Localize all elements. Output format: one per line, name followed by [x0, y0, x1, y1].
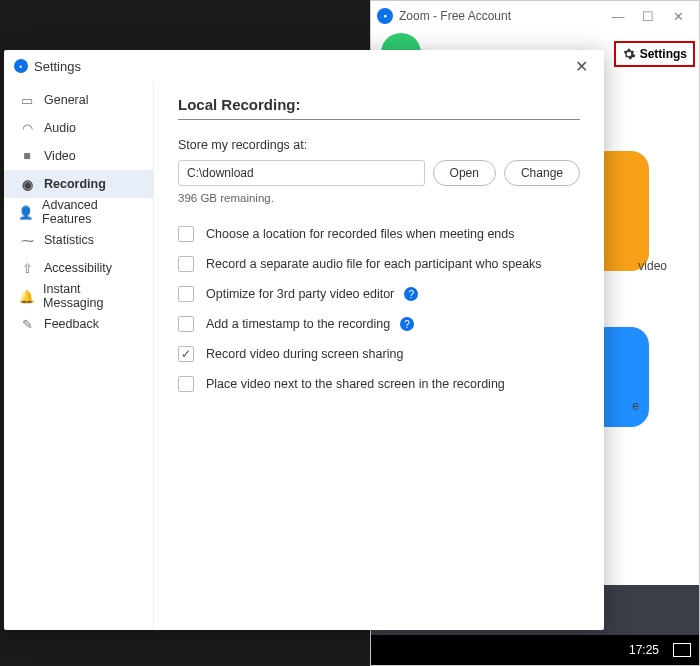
option-label: Record a separate audio file for each pa…	[206, 257, 542, 271]
option-row: Choose a location for recorded files whe…	[178, 226, 580, 242]
option-row: Optimize for 3rd party video editor?	[178, 286, 580, 302]
checkbox[interactable]	[178, 286, 194, 302]
settings-button[interactable]: Settings	[614, 41, 695, 67]
feedback-icon: ✎	[18, 317, 36, 332]
sidebar-item-label: Feedback	[44, 317, 99, 331]
taskbar-clock: 17:25	[629, 643, 659, 657]
sidebar-item-video[interactable]: ■Video	[4, 142, 153, 170]
settings-button-label: Settings	[640, 47, 687, 61]
zoom-close-button[interactable]: ✕	[663, 9, 693, 24]
settings-title: Settings	[34, 59, 81, 74]
option-row: Record video during screen sharing	[178, 346, 580, 362]
option-label: Choose a location for recorded files whe…	[206, 227, 515, 241]
checkbox[interactable]	[178, 346, 194, 362]
sidebar-item-advanced[interactable]: 👤Advanced Features	[4, 198, 153, 226]
sidebar-item-label: Statistics	[44, 233, 94, 247]
settings-window: ▪ Settings ✕ ▭General◠Audio■Video◉Record…	[4, 50, 604, 630]
remaining-label: 396 GB remaining.	[178, 192, 580, 204]
sidebar-item-label: General	[44, 93, 88, 107]
checkbox[interactable]	[178, 316, 194, 332]
im-icon: 🔔	[18, 289, 35, 304]
divider	[178, 119, 580, 120]
taskbar-tray-icon[interactable]	[673, 643, 691, 657]
sidebar-item-audio[interactable]: ◠Audio	[4, 114, 153, 142]
option-label: Optimize for 3rd party video editor	[206, 287, 394, 301]
settings-header: ▪ Settings ✕	[4, 50, 604, 82]
checkbox[interactable]	[178, 256, 194, 272]
open-button[interactable]: Open	[433, 160, 496, 186]
option-label: Add a timestamp to the recording	[206, 317, 390, 331]
zoom-app-icon: ▪	[377, 8, 393, 24]
audio-icon: ◠	[18, 121, 36, 136]
sidebar-item-label: Audio	[44, 121, 76, 135]
content-heading: Local Recording:	[178, 96, 580, 113]
checkbox[interactable]	[178, 376, 194, 392]
help-icon[interactable]: ?	[400, 317, 414, 331]
recording-path-input[interactable]	[178, 160, 425, 186]
zoom-title: Zoom - Free Account	[399, 9, 511, 23]
settings-sidebar: ▭General◠Audio■Video◉Recording👤Advanced …	[4, 82, 154, 630]
checkbox[interactable]	[178, 226, 194, 242]
option-label: Place video next to the shared screen in…	[206, 377, 505, 391]
sidebar-item-stats[interactable]: ⁓Statistics	[4, 226, 153, 254]
path-row: Open Change	[178, 160, 580, 186]
taskbar: 17:25	[371, 635, 699, 665]
recording-options: Choose a location for recorded files whe…	[178, 226, 580, 392]
video-icon: ■	[18, 149, 36, 163]
option-row: Add a timestamp to the recording?	[178, 316, 580, 332]
sidebar-item-im[interactable]: 🔔Instant Messaging	[4, 282, 153, 310]
sidebar-item-feedback[interactable]: ✎Feedback	[4, 310, 153, 338]
advanced-icon: 👤	[18, 205, 34, 220]
option-label: Record video during screen sharing	[206, 347, 403, 361]
zoom-small-icon: ▪	[14, 59, 28, 73]
gear-icon	[622, 47, 636, 61]
maximize-button[interactable]: ☐	[633, 9, 663, 24]
general-icon: ▭	[18, 93, 36, 108]
sidebar-item-general[interactable]: ▭General	[4, 86, 153, 114]
help-icon[interactable]: ?	[404, 287, 418, 301]
option-row: Place video next to the shared screen in…	[178, 376, 580, 392]
sidebar-item-label: Instant Messaging	[43, 282, 139, 310]
sidebar-item-recording[interactable]: ◉Recording	[4, 170, 153, 198]
recording-icon: ◉	[18, 177, 36, 192]
store-label: Store my recordings at:	[178, 138, 580, 152]
close-icon[interactable]: ✕	[569, 55, 594, 78]
zoom-titlebar: ▪ Zoom - Free Account — ☐ ✕	[371, 1, 699, 31]
accessibility-icon: ⇧	[18, 261, 36, 276]
minimize-button[interactable]: —	[603, 9, 633, 24]
action-label-video: video	[638, 259, 667, 273]
sidebar-item-accessibility[interactable]: ⇧Accessibility	[4, 254, 153, 282]
sidebar-item-label: Recording	[44, 177, 106, 191]
settings-content: Local Recording: Store my recordings at:…	[154, 82, 604, 630]
change-button[interactable]: Change	[504, 160, 580, 186]
stats-icon: ⁓	[18, 233, 36, 248]
action-label-e: e	[632, 399, 639, 413]
sidebar-item-label: Advanced Features	[42, 198, 139, 226]
option-row: Record a separate audio file for each pa…	[178, 256, 580, 272]
sidebar-item-label: Accessibility	[44, 261, 112, 275]
sidebar-item-label: Video	[44, 149, 76, 163]
